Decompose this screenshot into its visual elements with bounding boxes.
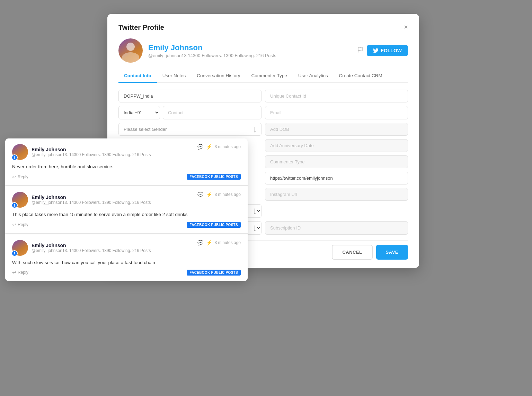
profile-handle: @emily_johnson13 xyxy=(148,53,187,58)
post-user-info-3: Emily Johnson @emily_johnson13. 14300 Fo… xyxy=(32,243,151,253)
post-header-1: f Emily Johnson @emily_johnson13. 14300 … xyxy=(12,144,241,160)
reply-label-1: Reply xyxy=(18,174,28,179)
contact-input[interactable] xyxy=(163,106,261,119)
post-header-2: f Emily Johnson @emily_johnson13. 14300 … xyxy=(12,192,241,208)
post-avatar-2: f xyxy=(12,192,28,208)
profile-name: Emily Johnson xyxy=(148,43,276,52)
dob-input[interactable] xyxy=(265,123,408,136)
post-avatar-3: f xyxy=(12,240,28,256)
tab-user-notes[interactable]: User Notes xyxy=(157,70,192,83)
close-button[interactable]: × xyxy=(404,24,408,30)
empty-right-8 xyxy=(265,204,408,218)
post-card-1: f Emily Johnson @emily_johnson13. 14300 … xyxy=(5,138,248,186)
post-footer-3: ↩ Reply FACEBOOK PUBLIC POSTS xyxy=(12,270,241,276)
reply-button-3[interactable]: ↩ Reply xyxy=(12,270,28,275)
post-username-3: Emily Johnson xyxy=(32,243,151,248)
modal-title: Twitter Profile xyxy=(118,24,164,32)
post-source-1: FACEBOOK PUBLIC POSTS xyxy=(187,174,241,180)
commenter-type-input[interactable] xyxy=(265,155,408,168)
post-user-info-2: Emily Johnson @emily_johnson13. 14300 Fo… xyxy=(32,195,151,205)
reply-label-2: Reply xyxy=(18,222,28,227)
post-user-1: f Emily Johnson @emily_johnson13. 14300 … xyxy=(12,144,151,160)
post-source-3: FACEBOOK PUBLIC POSTS xyxy=(187,270,241,276)
lightning-icon-3: ⚡ xyxy=(206,240,212,245)
profile-posts: 216 Posts xyxy=(256,53,276,58)
tab-user-analytics[interactable]: User Analytics xyxy=(293,70,334,83)
profile-info: Emily Johnson @emily_johnson13 14300 Fol… xyxy=(148,43,276,58)
flag-button[interactable] xyxy=(357,47,363,54)
cancel-button[interactable]: CANCEL xyxy=(332,245,372,260)
post-user-2: f Emily Johnson @emily_johnson13. 14300 … xyxy=(12,192,151,208)
post-body-3: With such slow service, how can you call… xyxy=(12,259,241,266)
instagram-url-input[interactable] xyxy=(265,188,408,201)
tabs-container: Contact Info User Notes Conversation His… xyxy=(118,70,408,83)
post-avatar-1: f xyxy=(12,144,28,160)
follow-button[interactable]: FOLLOW xyxy=(367,45,408,56)
twitter-url-input[interactable] xyxy=(265,172,408,184)
lightning-icon-2: ⚡ xyxy=(206,192,212,197)
comment-icon-2: 💬 xyxy=(197,192,203,197)
post-source-2: FACEBOOK PUBLIC POSTS xyxy=(187,222,241,228)
post-time-2: 3 minutes ago xyxy=(215,192,241,197)
tab-create-contact-crm[interactable]: Create Contact CRM xyxy=(333,70,388,83)
anniversary-input[interactable] xyxy=(265,139,408,152)
post-card-3: f Emily Johnson @emily_johnson13. 14300 … xyxy=(5,234,248,281)
facebook-badge-2: f xyxy=(11,202,18,208)
post-meta-1: 💬 ⚡ 3 minutes ago xyxy=(197,144,241,150)
save-button[interactable]: SAVE xyxy=(376,245,408,260)
reply-button-1[interactable]: ↩ Reply xyxy=(12,174,28,180)
profile-following: 1390 Following. xyxy=(223,53,255,58)
post-body-1: Never order from here, horrible and slow… xyxy=(12,163,241,170)
reply-icon-3: ↩ xyxy=(12,270,16,275)
tab-contact-info[interactable]: Contact Info xyxy=(118,70,157,83)
post-time-1: 3 minutes ago xyxy=(215,144,241,149)
profile-left: Emily Johnson @emily_johnson13 14300 Fol… xyxy=(118,38,276,63)
post-meta-2: 💬 ⚡ 3 minutes ago xyxy=(197,192,241,197)
reply-icon-1: ↩ xyxy=(12,174,16,180)
post-username-1: Emily Johnson xyxy=(32,147,151,152)
post-user-3: f Emily Johnson @emily_johnson13. 14300 … xyxy=(12,240,151,256)
post-user-info-1: Emily Johnson @emily_johnson13. 14300 Fo… xyxy=(32,147,151,157)
facebook-badge-3: f xyxy=(11,250,18,256)
subscription-id-input[interactable] xyxy=(265,221,408,235)
post-card-2: f Emily Johnson @emily_johnson13. 14300 … xyxy=(5,186,248,234)
avatar xyxy=(118,38,143,63)
reply-icon-2: ↩ xyxy=(12,222,16,227)
posts-panel: f Emily Johnson @emily_johnson13. 14300 … xyxy=(5,138,248,281)
reply-label-3: Reply xyxy=(18,270,28,275)
tab-conversation-history[interactable]: Conversation History xyxy=(191,70,246,83)
facebook-badge-1: f xyxy=(11,154,18,161)
profile-header: Emily Johnson @emily_johnson13 14300 Fol… xyxy=(118,38,408,63)
tab-commenter-type[interactable]: Commenter Type xyxy=(246,70,293,83)
lightning-icon-1: ⚡ xyxy=(206,144,212,150)
post-username-2: Emily Johnson xyxy=(32,195,151,200)
post-handle-2: @emily_johnson13. 14300 Followers. 1390 … xyxy=(32,200,151,205)
post-header-3: f Emily Johnson @emily_johnson13. 14300 … xyxy=(12,240,241,256)
country-code-select[interactable]: India +91 xyxy=(118,106,160,119)
post-footer-1: ↩ Reply FACEBOOK PUBLIC POSTS xyxy=(12,174,241,180)
follow-label: FOLLOW xyxy=(381,48,402,53)
modal-header: Twitter Profile × xyxy=(118,24,408,32)
post-handle-3: @emily_johnson13. 14300 Followers. 1390 … xyxy=(32,248,151,253)
post-meta-3: 💬 ⚡ 3 minutes ago xyxy=(197,240,241,245)
comment-icon-1: 💬 xyxy=(197,144,203,150)
post-handle-1: @emily_johnson13. 14300 Followers. 1390 … xyxy=(32,152,151,157)
post-time-3: 3 minutes ago xyxy=(215,240,241,245)
comment-icon-3: 💬 xyxy=(197,240,203,245)
list-name-input[interactable] xyxy=(118,90,261,102)
gender-select[interactable]: Please select Gender Male Female Other xyxy=(118,123,261,136)
post-body-2: This place takes more than 15 minutes to… xyxy=(12,211,241,218)
post-footer-2: ↩ Reply FACEBOOK PUBLIC POSTS xyxy=(12,222,241,228)
phone-row: India +91 xyxy=(118,106,261,119)
gender-select-wrapper: Please select Gender Male Female Other xyxy=(118,123,261,136)
profile-meta: @emily_johnson13 14300 Followers. 1390 F… xyxy=(148,53,276,58)
unique-contact-id-input[interactable] xyxy=(265,90,408,102)
reply-button-2[interactable]: ↩ Reply xyxy=(12,222,28,227)
profile-followers: 14300 Followers. xyxy=(188,53,222,58)
profile-actions: FOLLOW xyxy=(357,45,408,56)
email-input[interactable] xyxy=(265,106,408,119)
